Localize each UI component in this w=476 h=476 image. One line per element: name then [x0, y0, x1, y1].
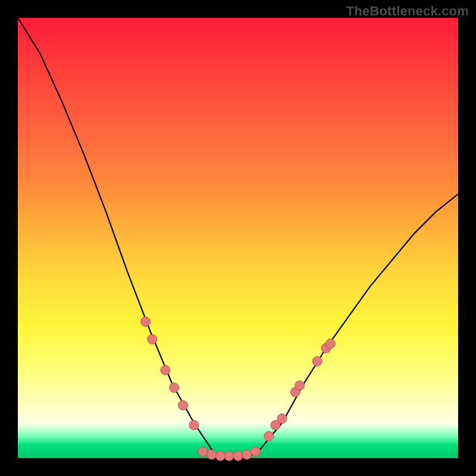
data-marker — [325, 339, 335, 349]
data-marker — [170, 383, 179, 393]
data-marker — [264, 431, 274, 441]
bottleneck-curve — [18, 18, 458, 458]
data-marker — [242, 450, 252, 459]
data-marker — [178, 400, 188, 410]
marker-group — [141, 317, 336, 461]
data-marker — [198, 447, 208, 456]
data-marker — [207, 450, 217, 459]
data-marker — [233, 451, 243, 461]
chart-svg — [18, 18, 458, 458]
data-marker — [277, 414, 287, 423]
data-marker — [141, 317, 151, 327]
data-marker — [215, 451, 225, 461]
data-marker — [148, 334, 157, 344]
data-marker — [295, 381, 305, 390]
watermark-text: TheBottleneck.com — [346, 4, 469, 19]
plot-area — [18, 18, 458, 458]
data-marker — [161, 365, 170, 375]
data-marker — [251, 447, 261, 456]
data-marker — [189, 421, 199, 430]
data-marker — [224, 451, 234, 461]
chart-stage: TheBottleneck.com — [0, 0, 476, 476]
data-marker — [312, 356, 322, 366]
